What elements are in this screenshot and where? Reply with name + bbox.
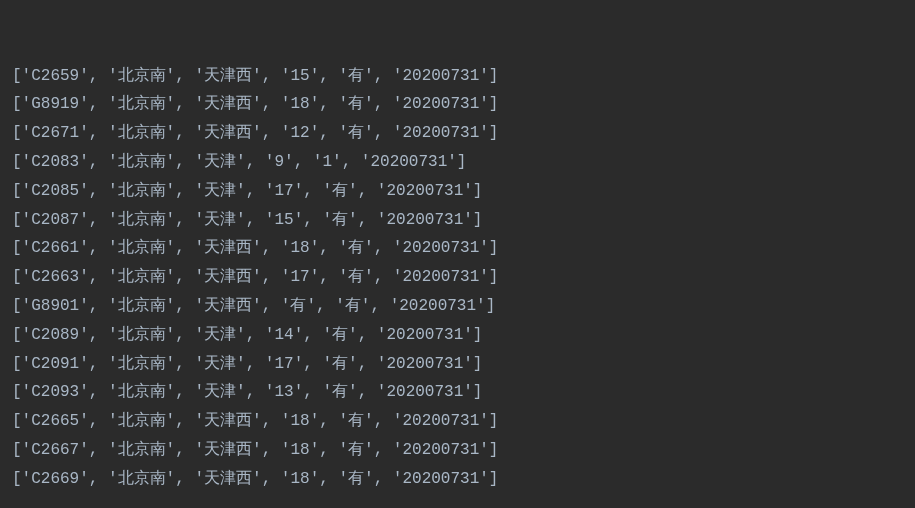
output-line: ['C2663', '北京南', '天津西', '17', '有', '2020… [12,263,903,292]
output-line: ['C2083', '北京南', '天津', '9', '1', '202007… [12,148,903,177]
output-line: ['G8919', '北京南', '天津西', '18', '有', '2020… [12,90,903,119]
output-line: ['C2667', '北京南', '天津西', '18', '有', '2020… [12,436,903,465]
output-line: ['G8901', '北京南', '天津西', '有', '有', '20200… [12,292,903,321]
output-lines-container: ['C2659', '北京南', '天津西', '15', '有', '2020… [12,62,903,494]
output-line: ['C2669', '北京南', '天津西', '18', '有', '2020… [12,465,903,494]
output-line: ['C2087', '北京南', '天津', '15', '有', '20200… [12,206,903,235]
console-output: ['C2659', '北京南', '天津西', '15', '有', '2020… [0,0,915,508]
output-line: ['C2659', '北京南', '天津西', '15', '有', '2020… [12,62,903,91]
output-line: ['C2091', '北京南', '天津', '17', '有', '20200… [12,350,903,379]
output-line: ['C2085', '北京南', '天津', '17', '有', '20200… [12,177,903,206]
output-line: ['C2671', '北京南', '天津西', '12', '有', '2020… [12,119,903,148]
output-line: ['C2661', '北京南', '天津西', '18', '有', '2020… [12,234,903,263]
output-line: ['C2665', '北京南', '天津西', '18', '有', '2020… [12,407,903,436]
output-line: ['C2089', '北京南', '天津', '14', '有', '20200… [12,321,903,350]
output-line: ['C2093', '北京南', '天津', '13', '有', '20200… [12,378,903,407]
